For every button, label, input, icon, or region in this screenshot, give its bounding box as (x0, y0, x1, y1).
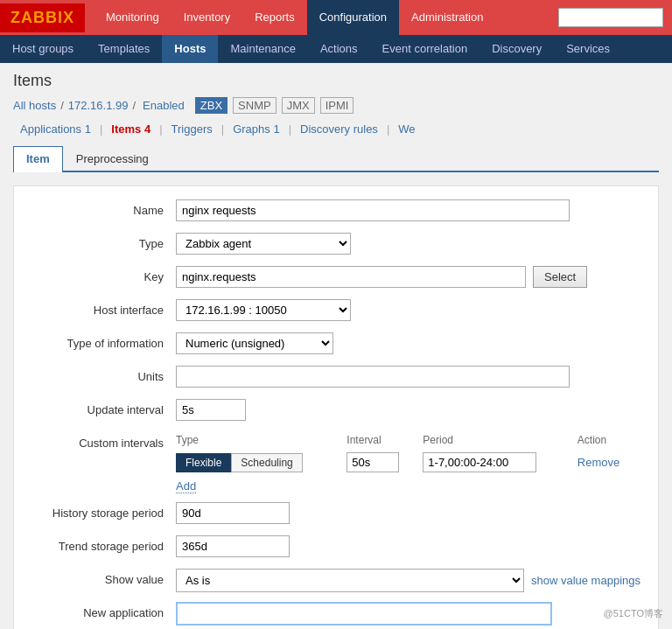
tab-triggers[interactable]: Triggers (164, 121, 220, 137)
iface-badge-ipmi[interactable]: IPMI (320, 97, 354, 114)
subnav-actions[interactable]: Actions (308, 35, 370, 63)
tab-we[interactable]: We (391, 121, 422, 137)
row-hostinterface: Host interface 172.16.1.99 : 10050 (32, 299, 640, 324)
breadcrumb: All hosts / 172.16.1.99 / Enabled ZBX SN… (13, 97, 659, 114)
label-units: Units (32, 366, 176, 383)
input-name[interactable] (176, 199, 570, 221)
label-typeofinfo: Type of information (32, 332, 176, 350)
input-trend[interactable] (176, 535, 290, 557)
row-showvalue: Show value As is show value mappings (32, 569, 640, 593)
nav-reports[interactable]: Reports (242, 0, 307, 35)
form-tab-preprocessing[interactable]: Preprocessing (63, 146, 162, 171)
nav-configuration[interactable]: Configuration (307, 0, 399, 35)
tab-items[interactable]: Items 4 (104, 121, 158, 137)
subnav-maintenance[interactable]: Maintenance (218, 35, 307, 63)
input-key[interactable] (176, 266, 526, 288)
field-updateinterval (176, 399, 640, 421)
subnav-eventcorrelation[interactable]: Event correlation (370, 35, 480, 63)
tab-graphs[interactable]: Graphs 1 (226, 121, 286, 137)
breadcrumb-allhosts[interactable]: All hosts (13, 99, 56, 112)
showvalue-mapping-link[interactable]: show value mappings (531, 574, 640, 587)
label-customintervals: Custom intervals (32, 432, 176, 450)
iface-badge-snmp[interactable]: SNMP (233, 97, 276, 114)
field-customintervals: Type Interval Period Action Flexible Sch… (176, 432, 640, 493)
nav-inventory[interactable]: Inventory (172, 0, 242, 35)
sub-nav: Host groups Templates Hosts Maintenance … (0, 35, 672, 63)
col-type: Type (176, 432, 346, 450)
action-cell: Remove (578, 450, 640, 475)
row-newapplication: New application (32, 602, 640, 626)
page-content: Items All hosts / 172.16.1.99 / Enabled … (0, 63, 672, 629)
row-trend: Trend storage period (32, 535, 640, 560)
subnav-templates[interactable]: Templates (86, 35, 162, 63)
page-title: Items (13, 72, 659, 90)
tab-bar: Applications 1 | Items 4 | Triggers | Gr… (13, 121, 659, 137)
interval-row: Flexible Scheduling Remov (176, 450, 640, 475)
search-input[interactable] (558, 8, 663, 27)
tab-sep5: | (387, 122, 389, 136)
breadcrumb-status: Enabled (143, 99, 185, 112)
field-key: Select (176, 266, 640, 288)
row-history: History storage period (32, 502, 640, 527)
type-toggle: Flexible Scheduling (176, 453, 303, 472)
select-key-button[interactable]: Select (533, 266, 587, 288)
label-updateinterval: Update interval (32, 399, 176, 416)
type-scheduling-btn[interactable]: Scheduling (231, 453, 302, 472)
iface-badge-jmx[interactable]: JMX (282, 97, 315, 114)
logo-accent: BB (33, 9, 58, 26)
iface-badge-zbx[interactable]: ZBX (195, 97, 228, 114)
interval-type-cell: Flexible Scheduling (176, 450, 346, 475)
input-newapplication[interactable] (176, 602, 552, 626)
breadcrumb-host[interactable]: 172.16.1.99 (68, 99, 129, 112)
subnav-services[interactable]: Services (554, 35, 622, 63)
select-hostinterface[interactable]: 172.16.1.99 : 10050 (176, 299, 351, 321)
logo-text2: IX (58, 9, 74, 26)
label-name: Name (32, 199, 176, 217)
label-newapplication: New application (32, 602, 176, 619)
label-showvalue: Show value (32, 569, 176, 586)
nav-monitoring[interactable]: Monitoring (94, 0, 172, 35)
subnav-discovery[interactable]: Discovery (480, 35, 554, 63)
breadcrumb-sep1: / (60, 99, 64, 112)
label-history: History storage period (32, 502, 176, 520)
input-period[interactable] (423, 452, 536, 472)
field-name (176, 199, 640, 221)
input-history[interactable] (176, 502, 290, 524)
subnav-hosts[interactable]: Hosts (162, 35, 218, 63)
col-interval: Interval (346, 432, 423, 450)
row-typeofinfo: Type of information Numeric (unsigned) (32, 332, 640, 357)
tab-discoveryrules[interactable]: Discovery rules (293, 121, 385, 137)
field-trend (176, 535, 640, 557)
period-value-cell (423, 450, 578, 475)
tab-applications[interactable]: Applications 1 (13, 121, 98, 137)
form-tabs: Item Preprocessing (13, 146, 659, 172)
intervals-table: Type Interval Period Action Flexible Sch… (176, 432, 640, 475)
field-type: Zabbix agent (176, 233, 640, 255)
form-tab-item[interactable]: Item (13, 146, 63, 172)
select-showvalue[interactable]: As is (176, 569, 524, 592)
top-nav: ZABBIX Monitoring Inventory Reports Conf… (0, 0, 672, 35)
select-typeofinfo[interactable]: Numeric (unsigned) (176, 332, 333, 354)
input-units[interactable] (176, 366, 570, 388)
input-updateinterval[interactable] (176, 399, 246, 421)
label-key: Key (32, 266, 176, 283)
form-container: Name Type Zabbix agent Key Select (13, 185, 659, 629)
label-hostinterface: Host interface (32, 299, 176, 317)
subnav-hostgroups[interactable]: Host groups (0, 35, 86, 63)
row-customintervals: Custom intervals Type Interval Period Ac… (32, 432, 640, 493)
watermark: @51CTO博客 (604, 607, 663, 620)
type-flexible-btn[interactable]: Flexible (176, 453, 231, 472)
label-type: Type (32, 233, 176, 250)
col-period: Period (423, 432, 578, 450)
top-nav-search (558, 8, 663, 27)
tab-sep2: | (159, 122, 162, 136)
interval-value-cell (346, 450, 423, 475)
key-row: Select (176, 266, 640, 288)
remove-interval-link[interactable]: Remove (578, 456, 620, 469)
select-type[interactable]: Zabbix agent (176, 233, 351, 255)
label-trend: Trend storage period (32, 535, 176, 553)
add-interval-link[interactable]: Add (176, 479, 196, 493)
nav-administration[interactable]: Administration (399, 0, 495, 35)
field-typeofinfo: Numeric (unsigned) (176, 332, 640, 354)
input-interval[interactable] (346, 452, 399, 472)
